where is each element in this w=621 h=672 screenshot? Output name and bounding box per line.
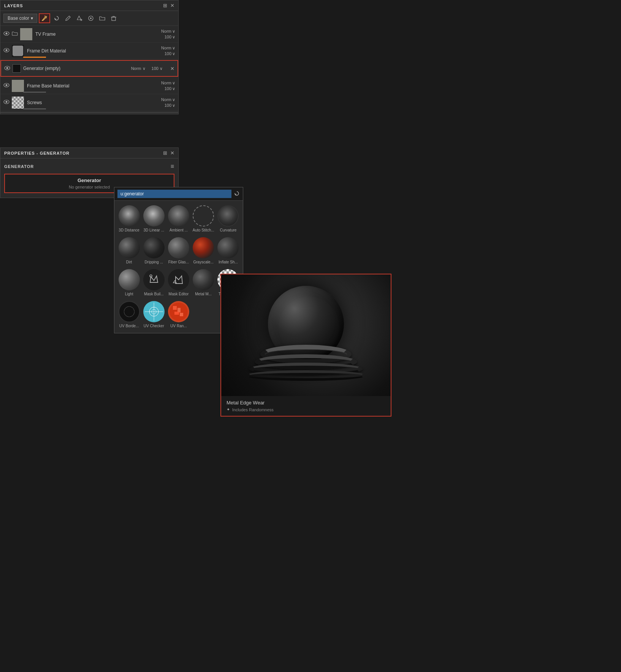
generator-label: Ambient ... [170, 228, 188, 233]
opacity-label[interactable]: 100 ∨ [165, 51, 175, 56]
layer-item-tv-frame[interactable]: TV Frame Norm ∨ 100 ∨ [0, 26, 178, 43]
opacity-chevron-icon: ∨ [172, 51, 175, 56]
generator-item-dripping[interactable]: Dripping ... [142, 236, 165, 266]
layer-item-generator[interactable]: Generator (empty) Norm ∨ 100 ∨ ✕ [0, 60, 178, 77]
layer-visibility-icon[interactable] [3, 31, 10, 37]
svg-rect-27 [174, 312, 179, 315]
generator-thumbnail [168, 301, 189, 322]
generator-item-grayscale[interactable]: Grayscale... [192, 236, 215, 266]
svg-point-0 [44, 16, 45, 16]
generator-item-ambient[interactable]: Ambient ... [167, 204, 190, 234]
folder-small-icon [12, 31, 18, 36]
generator-item-uv-checker[interactable]: UV Checker [142, 300, 165, 330]
opacity-label[interactable]: 100 ∨ [165, 35, 175, 40]
star-icon: ✦ [227, 407, 230, 412]
layers-toolbar: Base color ▾ [0, 11, 178, 26]
layer-blend-opacity: Norm ∨ 100 ∨ [161, 46, 175, 56]
generator-thumbnail [193, 205, 214, 227]
layer-blend-opacity: Norm ∨ 100 ∨ [161, 29, 175, 40]
generator-thumbnail [143, 301, 165, 322]
layer-visibility-icon[interactable] [3, 48, 10, 54]
list-options-icon[interactable]: ≡ [171, 163, 174, 170]
generator-item-inflate[interactable]: Inflate Sh... [217, 236, 240, 266]
layers-panel-title: LAYERS [4, 3, 23, 8]
delete-button[interactable] [109, 14, 119, 22]
search-input[interactable] [117, 190, 231, 198]
blend-mode-label[interactable]: Norm ∨ [131, 66, 146, 71]
search-reset-button[interactable] [234, 190, 240, 198]
generator-thumbnail [193, 237, 214, 258]
close-layer-button[interactable]: ✕ [170, 66, 174, 71]
close-icon[interactable]: ✕ [170, 3, 174, 8]
generator-label: 3D Distance [119, 228, 139, 233]
opacity-label[interactable]: 100 ∨ [165, 103, 175, 108]
layer-thumbnail [12, 80, 24, 92]
layer-item-screws[interactable]: Screws Norm ∨ 100 ∨ [0, 94, 178, 111]
brush-icon [65, 15, 71, 21]
blend-mode-dropdown[interactable]: Base color ▾ [3, 14, 37, 23]
uv-random-svg [169, 302, 188, 321]
trash-icon [111, 15, 117, 21]
layer-item-frame-dirt[interactable]: Frame Dirt Material Norm ∨ 100 ∨ [0, 43, 178, 59]
metal-preview-footer: Metal Edge Wear ✦ Includes Randomness [221, 396, 391, 416]
generator-label: Dirt [126, 260, 132, 265]
svg-rect-25 [173, 306, 177, 310]
metal-preview-image [221, 274, 391, 396]
opacity-label[interactable]: 100 ∨ [165, 86, 175, 91]
history-back-button[interactable] [52, 14, 62, 22]
generator-thumbnail [168, 205, 189, 227]
generator-item-fiber-glass[interactable]: Fiber Glas... [167, 236, 190, 266]
mask-button[interactable] [86, 14, 96, 22]
layer-visibility-icon[interactable] [3, 100, 10, 105]
metal-preview-subtitle: ✦ Includes Randomness [227, 407, 385, 412]
generator-section-title: GENERATOR ≡ [4, 163, 174, 170]
add-fill-button[interactable] [39, 13, 50, 23]
generator-item-mask-build[interactable]: Mask Buil... [142, 268, 165, 298]
layer-folder-icon[interactable] [12, 31, 19, 37]
svg-point-4 [90, 17, 92, 19]
generator-item-auto-stitch[interactable]: Auto Stitch... [192, 204, 215, 234]
generator-item-mask-editor[interactable]: Mask Editor [167, 268, 190, 298]
layer-color-bar [23, 57, 46, 58]
folder-button[interactable] [97, 14, 107, 22]
layer-thumbnail [20, 28, 32, 40]
fill-button[interactable] [74, 14, 84, 22]
layer-name: Generator (empty) [23, 66, 129, 71]
layer-item-frame-base[interactable]: Frame Base Material Norm ∨ 100 ∨ [0, 78, 178, 94]
svg-point-15 [6, 101, 8, 103]
generator-thumbnail [193, 269, 214, 290]
blend-mode-label[interactable]: Norm ∨ [161, 81, 175, 86]
grid-icon[interactable]: ⊞ [163, 150, 167, 156]
eye-icon [3, 100, 10, 104]
eye-icon [3, 48, 10, 52]
blend-mode-label[interactable]: Norm ∨ [161, 46, 175, 51]
layer-color-bar [23, 92, 46, 93]
generator-label: UV Ran... [170, 324, 187, 328]
opacity-label[interactable]: 100 ∨ [152, 66, 163, 71]
layer-visibility-icon[interactable] [3, 83, 10, 89]
generator-item-uv-random[interactable]: UV Ran... [167, 300, 190, 330]
generator-item-curvature[interactable]: Curvature [217, 204, 240, 234]
blend-mode-label[interactable]: Norm ∨ [161, 97, 175, 102]
layer-name: Frame Dirt Material [27, 48, 158, 54]
layers-list: TV Frame Norm ∨ 100 ∨ Frame Dirt Materia… [0, 26, 178, 113]
close-icon[interactable]: ✕ [170, 150, 174, 156]
generator-item-3d-distance[interactable]: 3D Distance [117, 204, 141, 234]
generator-item-uv-border[interactable]: UV Borde... [117, 300, 141, 330]
grid-icon[interactable]: ⊞ [163, 3, 167, 8]
generator-label: 3D Linear ... [144, 228, 164, 233]
properties-header: PROPERTIES - GENERATOR ⊞ ✕ [0, 148, 178, 158]
dropdown-chevron-icon: ▾ [31, 16, 33, 21]
svg-rect-5 [112, 17, 116, 21]
metal-preview-name: Metal Edge Wear [227, 400, 385, 406]
generator-item-dirt[interactable]: Dirt [117, 236, 141, 266]
generator-label: UV Borde... [119, 324, 139, 328]
layer-visibility-icon[interactable] [4, 66, 10, 71]
blend-mode-label[interactable]: Norm ∨ [161, 29, 175, 34]
generator-item-metal[interactable]: Metal M... [192, 268, 215, 298]
magic-wand-icon [41, 15, 48, 21]
generator-item-3d-linear[interactable]: 3D Linear ... [142, 204, 165, 234]
metal-preview-popup: Metal Edge Wear ✦ Includes Randomness [220, 274, 391, 417]
brush-button[interactable] [63, 14, 73, 22]
generator-item-light[interactable]: Light [117, 268, 141, 298]
